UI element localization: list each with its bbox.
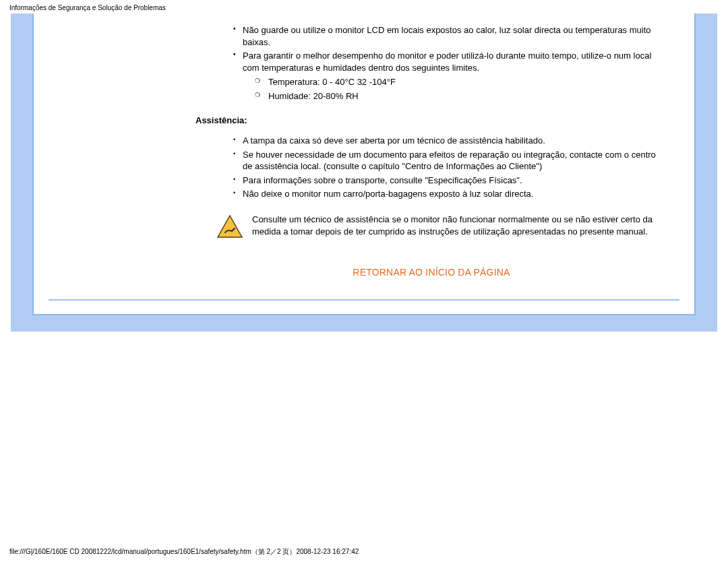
page-header-title: Informações de Segurança e Solução de Pr… <box>9 4 166 11</box>
content-wrap: Não guarde ou utilize o monitor LCD em l… <box>34 24 694 278</box>
list-item: A tampa da caixa só deve ser aberta por … <box>243 135 667 147</box>
warning-row: Consulte um técnico de assistência se o … <box>195 214 667 240</box>
list-item-text: Para garantir o melhor desempenho do mon… <box>243 51 651 73</box>
page-header: Informações de Segurança e Solução de Pr… <box>9 4 166 11</box>
return-to-top-link-wrap: RETORNAR AO INÍCIO DA PÁGINA <box>195 267 667 278</box>
list-item: Para informações sobre o transporte, con… <box>243 175 667 187</box>
divider <box>49 299 679 301</box>
list-item-text: Não guarde ou utilize o monitor LCD em l… <box>243 25 651 47</box>
warning-text: Consulte um técnico de assistência se o … <box>252 214 667 237</box>
list-item-text: Para informações sobre o transporte, con… <box>243 175 522 185</box>
return-to-top-link[interactable]: RETORNAR AO INÍCIO DA PÁGINA <box>353 267 510 278</box>
warning-triangle-icon <box>217 215 243 240</box>
sub-bullet-list: Temperatura: 0 - 40°C 32 -104°F Humidade… <box>243 76 667 102</box>
content-card: Não guarde ou utilize o monitor LCD em l… <box>32 13 696 315</box>
footer-path: file:///G|/160E/160E CD 20081222/lcd/man… <box>9 548 359 555</box>
list-item-text: Humidade: 20-80% RH <box>268 91 359 101</box>
outer-panel: Não guarde ou utilize o monitor LCD em l… <box>11 13 717 332</box>
list-item: Humidade: 20-80% RH <box>268 90 667 102</box>
list-item: Se houver necessidade de um documento pa… <box>243 149 667 173</box>
list-item-text: Temperatura: 0 - 40°C 32 -104°F <box>268 77 396 87</box>
section-heading-assistencia: Assistência: <box>195 115 667 125</box>
list-item-text: Não deixe o monitor num carro/porta-baga… <box>243 189 533 199</box>
list-item-text: A tampa da caixa só deve ser aberta por … <box>243 135 545 146</box>
list-item: Não deixe o monitor num carro/porta-baga… <box>243 188 667 200</box>
list-item: Para garantir o melhor desempenho do mon… <box>243 50 667 102</box>
assist-bullet-list: A tampa da caixa só deve ser aberta por … <box>195 135 667 200</box>
list-item: Temperatura: 0 - 40°C 32 -104°F <box>268 76 667 88</box>
top-bullet-list: Não guarde ou utilize o monitor LCD em l… <box>195 24 667 102</box>
list-item: Não guarde ou utilize o monitor LCD em l… <box>243 24 667 48</box>
svg-marker-0 <box>218 216 242 237</box>
list-item-text: Se houver necessidade de um documento pa… <box>243 150 656 172</box>
section-heading-text: Assistência: <box>195 115 247 125</box>
page-footer: file:///G|/160E/160E CD 20081222/lcd/man… <box>9 547 359 557</box>
